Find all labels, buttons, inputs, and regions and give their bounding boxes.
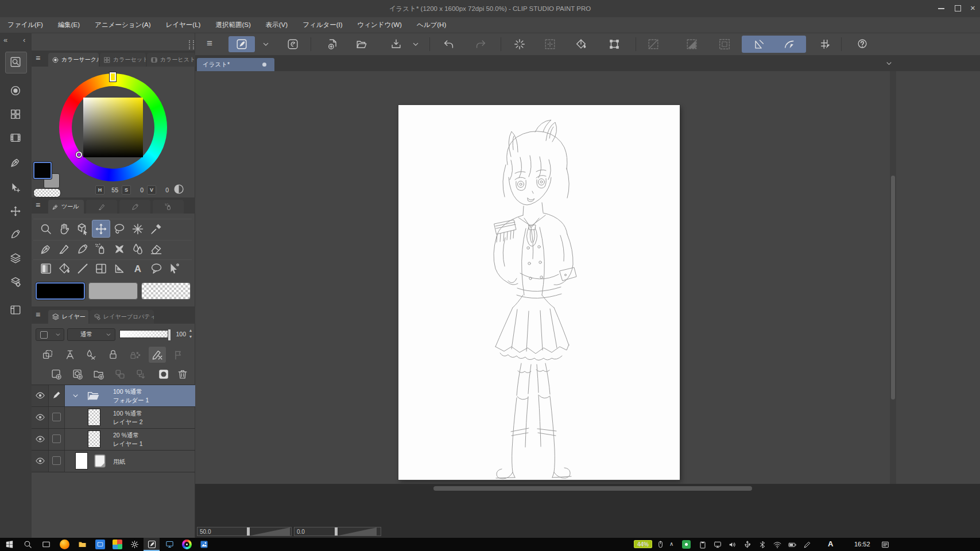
menu-help[interactable]: ヘルプ(H) xyxy=(409,17,454,33)
layer-thumbnail[interactable] xyxy=(88,409,100,426)
new-folder-icon[interactable] xyxy=(92,368,105,381)
hand-tool-icon[interactable] xyxy=(57,222,71,236)
foreground-color-swatch[interactable] xyxy=(33,162,52,179)
palette-color-dropdown[interactable] xyxy=(36,328,64,341)
text-tool-icon[interactable]: A xyxy=(131,262,145,276)
battery-percent-badge[interactable]: 44% xyxy=(634,540,652,548)
balloon-tool-icon[interactable] xyxy=(149,262,163,276)
operation-palette-icon[interactable] xyxy=(9,181,22,194)
collapse-panel-icon[interactable]: ‹ xyxy=(23,36,25,44)
menu-view[interactable]: 表示(V) xyxy=(258,17,295,33)
vertical-scrollbar-thumb[interactable] xyxy=(891,176,895,399)
eyedropper-tool-icon[interactable] xyxy=(149,222,163,236)
material-palette-icon[interactable] xyxy=(9,131,22,144)
zoom-tool-icon[interactable] xyxy=(39,222,53,236)
dock-handle-icon[interactable] xyxy=(189,40,194,49)
opacity-stepper[interactable]: ▲▼ xyxy=(188,328,193,341)
tab-color-history[interactable]: カラーヒストリー xyxy=(147,53,195,67)
photos-app-icon[interactable] xyxy=(113,540,122,549)
paper-thumbnail[interactable] xyxy=(75,452,88,469)
snap-to-special-ruler-icon[interactable] xyxy=(783,38,796,51)
pen-tool-icon[interactable] xyxy=(39,242,53,256)
blend-mode-dropdown[interactable]: 通常 xyxy=(67,328,115,341)
layer-name[interactable]: レイヤー 2 xyxy=(113,418,143,426)
bluetooth-tray-icon[interactable] xyxy=(758,540,767,549)
tab-layer[interactable]: レイヤー xyxy=(48,310,88,324)
tab-subtool-2[interactable] xyxy=(119,200,150,214)
gradient-tool-icon[interactable] xyxy=(39,262,53,276)
sub-color-button[interactable] xyxy=(88,282,138,300)
navigator-palette-icon[interactable] xyxy=(9,84,22,97)
new-layer-dialog-icon[interactable] xyxy=(71,368,84,381)
vertical-scrollbar[interactable] xyxy=(890,71,896,484)
tab-subtool-1[interactable] xyxy=(86,200,117,214)
layer-checkbox[interactable] xyxy=(52,434,61,443)
hue-cursor[interactable] xyxy=(110,72,116,82)
airbrush-tool-icon[interactable] xyxy=(94,242,108,256)
move-tool-icon[interactable] xyxy=(94,222,108,236)
fill-tool-icon[interactable] xyxy=(57,262,71,276)
clear-icon[interactable] xyxy=(513,38,526,51)
minimize-icon[interactable] xyxy=(938,8,944,9)
tab-color-set[interactable]: カラーセット xyxy=(100,53,146,67)
decoration-palette-icon[interactable] xyxy=(9,228,22,240)
rotation-slider-group[interactable]: 0.0 xyxy=(294,527,381,536)
zoom-slider-thumb[interactable] xyxy=(247,527,250,536)
snap-to-ruler-icon[interactable] xyxy=(753,38,765,51)
layer-visible-icon[interactable] xyxy=(35,412,45,422)
close-icon[interactable]: × xyxy=(970,3,975,13)
snap-to-grid-icon[interactable] xyxy=(819,38,832,51)
layer-search-palette-icon[interactable] xyxy=(9,276,22,288)
tool-panel-menu-icon[interactable]: ≡ xyxy=(36,200,40,209)
main-menu-icon[interactable]: ≡ xyxy=(207,38,212,49)
active-tool-button[interactable] xyxy=(228,36,255,52)
image-app-icon[interactable] xyxy=(199,540,209,549)
main-color-button[interactable] xyxy=(36,282,85,300)
scale-rotate-icon[interactable] xyxy=(608,38,621,51)
open-file-icon[interactable] xyxy=(355,38,368,51)
menu-edit[interactable]: 編集(E) xyxy=(51,17,87,33)
value-value[interactable]: 0 xyxy=(156,187,169,195)
layer-visible-icon[interactable] xyxy=(35,434,45,444)
pencil-tool-icon[interactable] xyxy=(57,242,71,256)
merge-with-lower-layer-icon[interactable] xyxy=(135,368,148,381)
layer-visible-icon[interactable] xyxy=(35,390,45,401)
layer-name[interactable]: フォルダー 1 xyxy=(113,396,149,404)
ime-indicator[interactable]: A xyxy=(828,540,833,548)
color-panel-menu-icon[interactable]: ≡ xyxy=(36,53,40,63)
chevron-down-icon[interactable] xyxy=(411,40,420,49)
canvas-viewport[interactable] xyxy=(195,71,980,484)
clear-selection-icon[interactable] xyxy=(544,38,556,51)
transparent-color-button[interactable] xyxy=(141,282,191,300)
lock-transparent-pixels-icon[interactable] xyxy=(129,348,141,361)
display-tray-icon[interactable] xyxy=(713,540,722,549)
layer-panel-menu-icon[interactable]: ≡ xyxy=(36,310,40,319)
menu-window[interactable]: ウィンドウ(W) xyxy=(350,17,409,33)
menu-layer[interactable]: レイヤー(L) xyxy=(158,17,208,33)
action-center-icon[interactable] xyxy=(881,540,890,549)
saturation-value[interactable]: 0 xyxy=(131,187,144,195)
layer-visible-icon[interactable] xyxy=(35,456,45,466)
hue-value[interactable]: 55 xyxy=(106,187,118,195)
collapse-left-icon[interactable]: « xyxy=(3,36,7,44)
pen-tray-icon[interactable] xyxy=(803,540,812,549)
invert-selection-icon[interactable] xyxy=(685,38,698,51)
start-button-icon[interactable] xyxy=(5,540,14,549)
frame-border-tool-icon[interactable] xyxy=(94,262,108,276)
correct-line-tool-icon[interactable] xyxy=(168,262,181,276)
brush-tool-icon[interactable] xyxy=(76,242,90,256)
new-raster-layer-icon[interactable] xyxy=(50,368,63,381)
fill-command-icon[interactable] xyxy=(575,38,587,51)
network-tray-icon[interactable] xyxy=(773,540,782,549)
delete-layer-icon[interactable] xyxy=(176,368,189,381)
color-set-palette-icon[interactable] xyxy=(9,108,22,121)
blend-tool-icon[interactable] xyxy=(131,242,145,256)
tab-list-chevron-icon[interactable] xyxy=(885,59,893,68)
layer-name[interactable]: レイヤー 1 xyxy=(113,440,143,448)
help-icon[interactable] xyxy=(856,38,869,51)
layer-name[interactable]: 用紙 xyxy=(113,457,125,465)
clip-to-layer-below-icon[interactable] xyxy=(41,348,54,361)
draft-layer-icon[interactable] xyxy=(84,348,97,361)
selection-tool-icon[interactable] xyxy=(113,222,126,236)
mouse-tray-icon[interactable] xyxy=(656,540,665,549)
